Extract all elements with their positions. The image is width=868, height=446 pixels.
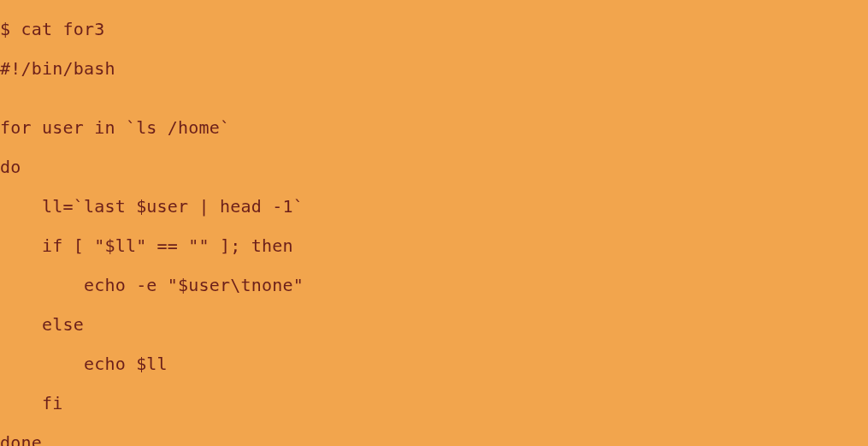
- script-line: if [ "$ll" == "" ]; then: [0, 236, 868, 256]
- prompt-line-1: $ cat for3: [0, 20, 868, 39]
- terminal[interactable]: $ cat for3 #!/bin/bash for user in `ls /…: [0, 0, 868, 446]
- prompt-symbol: $: [0, 19, 21, 39]
- script-line: echo -e "$user\tnone": [0, 276, 868, 295]
- script-line: echo $ll: [0, 354, 868, 374]
- script-line: fi: [0, 394, 868, 413]
- script-line: else: [0, 315, 868, 335]
- script-line: for user in `ls /home`: [0, 118, 868, 138]
- command-text: cat for3: [21, 19, 104, 39]
- script-line: ll=`last $user | head -1`: [0, 197, 868, 217]
- script-line: do: [0, 158, 868, 177]
- script-line: done: [0, 433, 868, 446]
- script-line: #!/bin/bash: [0, 59, 868, 79]
